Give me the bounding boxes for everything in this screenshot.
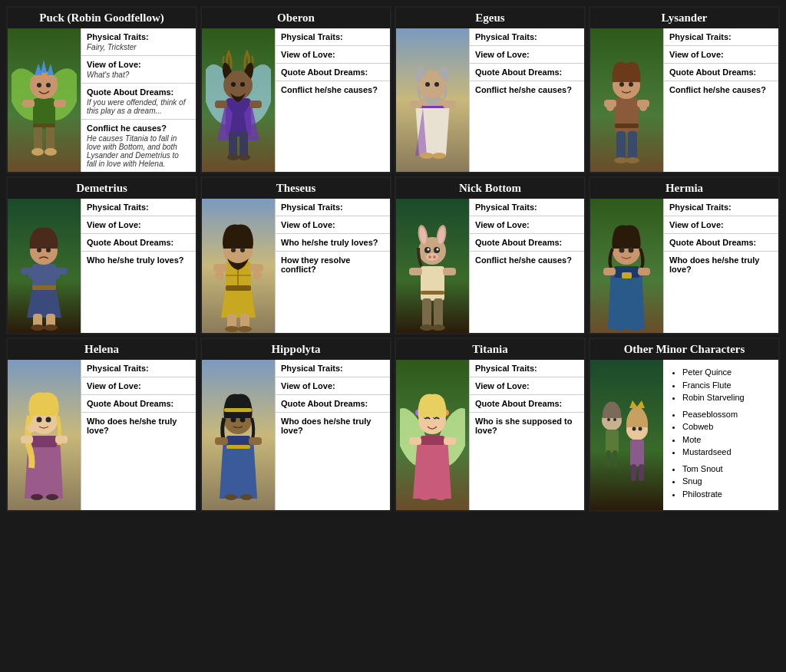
- svg-point-28: [231, 82, 236, 87]
- minor-char-item: Peaseblossom: [682, 408, 771, 421]
- card-egeus-fields: Physical Traits: View of Love: Quote Abo…: [469, 28, 584, 172]
- svg-point-164: [607, 418, 610, 421]
- oberon-field-3: Conflict he/she causes?: [276, 81, 390, 98]
- card-demetrius-title: Demetrius: [8, 178, 196, 199]
- svg-rect-68: [28, 272, 44, 278]
- demetrius-field-1: View of Love:: [81, 216, 196, 234]
- oberon-field-0: Physical Traits:: [276, 28, 390, 46]
- svg-point-29: [240, 82, 245, 87]
- minor-group-1: Peter Quince Francis Flute Robin Starvel…: [671, 366, 771, 404]
- svg-marker-9: [41, 60, 47, 73]
- egeus-field-0: Physical Traits:: [470, 28, 584, 46]
- svg-rect-46: [628, 131, 637, 160]
- svg-rect-86: [421, 266, 444, 301]
- svg-rect-124: [21, 436, 33, 443]
- svg-point-48: [626, 157, 639, 163]
- svg-rect-161: [630, 440, 644, 466]
- minor-char-item: Francis Flute: [682, 379, 771, 392]
- card-other-list: Peter Quince Francis Flute Robin Starvel…: [663, 360, 778, 510]
- svg-rect-69: [45, 272, 60, 278]
- minor-char-item: Robin Starveling: [682, 391, 771, 404]
- svg-point-134: [240, 417, 246, 422]
- hippolyta-field-2: Quote About Dreams:: [276, 395, 390, 413]
- oberon-field-1: View of Love:: [276, 46, 390, 64]
- helena-field-2: Quote About Dreams:: [81, 395, 196, 413]
- svg-rect-24: [239, 131, 248, 158]
- svg-rect-162: [631, 464, 636, 481]
- svg-rect-105: [443, 268, 456, 275]
- puck-field-3: Conflict he causes? He causes Titania to…: [81, 120, 196, 172]
- hippolyta-field-0: Physical Traits:: [276, 360, 390, 377]
- svg-point-101: [426, 253, 438, 261]
- card-other-title: Other Minor Characters: [590, 339, 778, 360]
- card-lysander-image: [590, 28, 663, 172]
- card-oberon-title: Oberon: [202, 8, 390, 28]
- svg-point-61: [31, 324, 45, 331]
- card-egeus-title: Egeus: [396, 8, 584, 28]
- card-helena-fields: Physical Traits: View of Love: Quote Abo…: [81, 360, 196, 510]
- demetrius-field-3: Who he/she truly loves?: [81, 252, 196, 268]
- svg-rect-44: [615, 124, 639, 128]
- minor-chars-figure: [593, 368, 662, 502]
- svg-rect-41: [409, 100, 422, 108]
- svg-rect-42: [443, 100, 456, 108]
- svg-point-153: [419, 494, 431, 500]
- svg-point-55: [639, 104, 647, 111]
- minor-group-3: Tom Snout Snug Philostrate: [671, 463, 771, 501]
- svg-point-38: [434, 82, 439, 87]
- card-egeus-body: Physical Traits: View of Love: Quote Abo…: [396, 28, 584, 172]
- svg-rect-156: [606, 430, 619, 453]
- svg-marker-8: [35, 64, 42, 75]
- card-titania-title: Titania: [396, 339, 584, 360]
- svg-rect-119: [31, 436, 57, 447]
- card-demetrius: Demetrius: [6, 176, 197, 334]
- theseus-field-2: Who he/she truly loves?: [276, 234, 390, 252]
- svg-point-6: [45, 148, 57, 156]
- card-theseus-fields: Physical Traits: View of Love: Who he/sh…: [275, 199, 390, 333]
- svg-rect-130: [226, 445, 250, 449]
- minor-char-item: Mustardseed: [682, 446, 771, 459]
- card-lysander-fields: Physical Traits: View of Love: Quote Abo…: [663, 28, 778, 172]
- svg-point-91: [431, 324, 445, 331]
- svg-point-51: [629, 82, 633, 87]
- svg-point-133: [231, 417, 236, 422]
- oberon-field-2: Quote About Dreams:: [276, 64, 390, 81]
- svg-rect-45: [616, 131, 626, 160]
- svg-point-11: [37, 83, 41, 87]
- svg-point-12: [46, 83, 51, 87]
- egeus-field-3: Conflict he/she causes?: [470, 81, 584, 98]
- card-hippolyta: Hippolyta: [200, 338, 391, 512]
- svg-point-110: [619, 248, 625, 253]
- demetrius-field-2: Quote About Dreams:: [81, 234, 196, 252]
- svg-point-123: [27, 423, 36, 433]
- oberon-figure: [206, 33, 271, 167]
- svg-rect-88: [422, 298, 431, 328]
- svg-rect-83: [249, 264, 263, 272]
- nickbottom-field-2: Quote About Dreams:: [470, 234, 584, 252]
- titania-field-2: Quote About Dreams:: [470, 395, 584, 413]
- svg-point-25: [227, 154, 239, 160]
- svg-point-138: [240, 494, 253, 500]
- svg-rect-58: [32, 285, 56, 290]
- svg-point-117: [629, 324, 641, 331]
- lysander-field-3: Conflict he/she causes?: [664, 81, 778, 98]
- card-lysander: Lysander: [589, 6, 780, 173]
- card-demetrius-fields: Physical Traits: View of Love: Quote Abo…: [81, 199, 196, 333]
- svg-rect-135: [215, 437, 228, 445]
- svg-rect-108: [622, 272, 632, 278]
- card-hermia-body: Physical Traits: View of Love: Quote Abo…: [590, 199, 778, 333]
- svg-rect-4: [46, 125, 54, 152]
- svg-point-165: [613, 418, 616, 421]
- card-titania-body: Physical Traits: View of Love: Quote Abo…: [396, 360, 584, 510]
- svg-rect-151: [409, 437, 421, 445]
- minor-char-item: Philostrate: [682, 488, 771, 501]
- svg-point-100: [437, 249, 439, 251]
- minor-char-item: Cobweb: [682, 420, 771, 433]
- nickbottom-field-1: View of Love:: [470, 216, 584, 234]
- theseus-field-0: Physical Traits:: [276, 199, 390, 216]
- egeus-field-1: View of Love:: [470, 46, 584, 64]
- svg-rect-104: [409, 268, 422, 275]
- svg-rect-152: [444, 437, 456, 445]
- card-demetrius-image: [8, 199, 81, 333]
- hermia-field-1: View of Love:: [664, 216, 778, 234]
